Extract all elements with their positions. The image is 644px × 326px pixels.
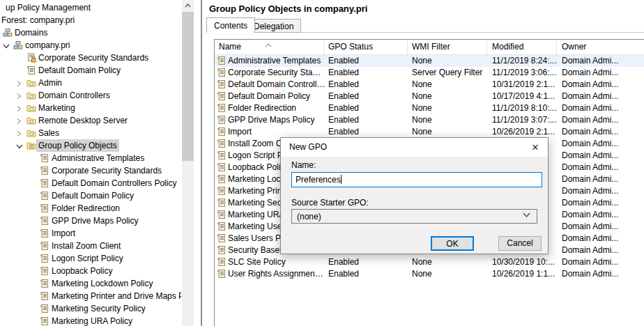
tree-item-label: Marketing URA Policy bbox=[49, 315, 135, 326]
tree-scrollbar[interactable] bbox=[182, 0, 194, 326]
table-row-administrative-templates[interactable]: Administrative TemplatesEnabledNone11/1/… bbox=[215, 55, 644, 67]
gpo-icon bbox=[217, 68, 227, 77]
cancel-button[interactable]: Cancel bbox=[498, 236, 542, 251]
column-header-wmi-filter[interactable]: WMI Filter bbox=[412, 40, 450, 54]
column-separator[interactable] bbox=[556, 40, 557, 54]
cell-owner: Domain Admi... bbox=[562, 114, 644, 126]
column-header-modified[interactable]: Modified bbox=[492, 40, 523, 54]
tree-item-label: Marketing Printer and Drive Maps Po bbox=[49, 290, 181, 302]
cell-owner: Domain Admi... bbox=[562, 268, 644, 280]
tab-contents[interactable]: Contents bbox=[206, 17, 255, 33]
collapsed-chevron-icon[interactable] bbox=[15, 104, 24, 112]
scroll-up-button[interactable] bbox=[182, 0, 194, 12]
tree-item-label: Administrative Templates bbox=[49, 152, 146, 164]
gpo-icon bbox=[217, 139, 227, 148]
column-separator[interactable] bbox=[323, 40, 324, 54]
ou-icon bbox=[26, 116, 36, 125]
cell-modified: 10/31/2019 2:1... bbox=[492, 79, 560, 91]
tree-item-label: company.pri bbox=[23, 39, 72, 52]
collapsed-chevron-icon[interactable] bbox=[15, 116, 24, 125]
gpo-icon bbox=[40, 304, 49, 313]
tree-item-company-pri[interactable]: company.pri bbox=[0, 39, 181, 52]
tree-item-label: Marketing Lockdown Policy bbox=[49, 277, 155, 290]
dialog-titlebar[interactable]: New GPO ✕ bbox=[281, 138, 548, 157]
expanded-chevron-icon[interactable] bbox=[2, 41, 10, 49]
tree-item-domains[interactable]: Domains bbox=[0, 26, 181, 39]
tree-item-label: Admin bbox=[36, 77, 64, 89]
tree-item-marketing[interactable]: Marketing bbox=[0, 102, 181, 114]
tree-item-up-policy-management[interactable]: up Policy Management bbox=[0, 1, 181, 14]
tree-item-corporate-security-standards[interactable]: Corporate Security Standards bbox=[0, 164, 181, 177]
tree-item-sales[interactable]: Sales bbox=[0, 127, 181, 139]
collapsed-chevron-icon[interactable] bbox=[15, 91, 24, 100]
cell-status: Enabled bbox=[328, 268, 408, 280]
tree-item-marketing-ura-policy[interactable]: Marketing URA Policy bbox=[0, 315, 181, 326]
scrollbar-thumb[interactable] bbox=[182, 12, 194, 161]
tree-item-admin[interactable]: Admin bbox=[0, 77, 181, 89]
column-header-name[interactable]: Name bbox=[219, 40, 241, 54]
tree-item-domain-controllers[interactable]: Domain Controllers bbox=[0, 89, 181, 102]
gpo-icon bbox=[26, 65, 36, 75]
table-row-gpp-drive-maps-policy[interactable]: GPP Drive Maps PolicyEnabledNone11/1/201… bbox=[215, 114, 644, 126]
tree-item-marketing-lockdown-policy[interactable]: Marketing Lockdown Policy bbox=[0, 277, 181, 290]
gpo-icon bbox=[40, 153, 49, 163]
tree-item-label: Folder Redirection bbox=[49, 202, 122, 215]
gpo-name-value: Preferences bbox=[296, 175, 341, 185]
tree-item-label: Default Domain Policy bbox=[36, 64, 123, 77]
cell-owner: Domain Admi... bbox=[562, 150, 644, 162]
tree-item-folder-redirection[interactable]: Folder Redirection bbox=[0, 202, 181, 215]
expanded-chevron-icon[interactable] bbox=[15, 141, 24, 150]
sort-ascending-icon bbox=[265, 40, 272, 49]
gpo-icon bbox=[217, 91, 227, 101]
tree-item-forest-company-pri[interactable]: Forest: company.pri bbox=[0, 14, 181, 26]
column-separator[interactable] bbox=[407, 40, 408, 54]
tree-item-gpp-drive-maps-policy[interactable]: GPP Drive Maps Policy bbox=[0, 215, 181, 227]
table-row-default-domain-policy[interactable]: Default Domain PolicyEnabledNone10/17/20… bbox=[215, 91, 644, 102]
cell-name: Folder Redirection bbox=[228, 102, 325, 114]
tree-item-install-zoom-client[interactable]: Install Zoom Client bbox=[0, 240, 181, 252]
tree-item-marketing-printer-and-drive-maps-po[interactable]: Marketing Printer and Drive Maps Po bbox=[0, 290, 181, 302]
column-separator[interactable] bbox=[486, 40, 487, 54]
tree-item-administrative-templates[interactable]: Administrative Templates bbox=[0, 152, 181, 164]
cell-owner: Domain Admi... bbox=[562, 233, 644, 244]
tree-item-logon-script-policy[interactable]: Logon Script Policy bbox=[0, 252, 181, 265]
column-header-gpo-status[interactable]: GPO Status bbox=[328, 40, 373, 54]
gpo-name-input[interactable]: Preferences bbox=[291, 172, 542, 187]
tree-item-default-domain-policy[interactable]: Default Domain Policy bbox=[0, 189, 181, 202]
collapsed-chevron-icon[interactable] bbox=[15, 79, 24, 87]
cell-owner: Domain Admi... bbox=[562, 126, 644, 138]
gpo-icon bbox=[217, 257, 227, 267]
tree-item-default-domain-policy[interactable]: Default Domain Policy bbox=[0, 64, 181, 77]
tree-item-label: Marketing Security Policy bbox=[49, 302, 148, 315]
table-row-corporate-security-standards[interactable]: Corporate Security StandardsEnabledServe… bbox=[215, 67, 644, 79]
table-row-folder-redirection[interactable]: Folder RedirectionEnabledNone11/1/2019 8… bbox=[215, 102, 644, 114]
tree-item-label: Domains bbox=[13, 26, 49, 39]
tree-item-default-domain-controllers-policy[interactable]: Default Domain Controllers Policy bbox=[0, 177, 181, 189]
table-row-slc-site-policy[interactable]: SLC Site PolicyEnabledNone10/30/2019 10:… bbox=[215, 256, 644, 268]
gpo-icon bbox=[40, 279, 49, 288]
cell-owner: Domain Admi... bbox=[562, 209, 644, 221]
table-row-import[interactable]: ImportEnabledNone10/26/2019 2:1...Domain… bbox=[215, 126, 644, 138]
close-button[interactable]: ✕ bbox=[523, 138, 548, 157]
ou-icon bbox=[26, 91, 36, 100]
tree-item-label: Import bbox=[49, 227, 77, 240]
collapsed-chevron-icon[interactable] bbox=[15, 129, 24, 137]
tree-item-remote-desktop-server[interactable]: Remote Desktop Server bbox=[0, 114, 181, 127]
gpo-lock-icon bbox=[26, 53, 36, 63]
tree-item-label: Forest: company.pri bbox=[0, 14, 77, 26]
ok-button[interactable]: OK bbox=[431, 236, 474, 251]
tree-item-loopback-policy[interactable]: Loopback Policy bbox=[0, 265, 181, 277]
tree-item-group-policy-objects[interactable]: Group Policy Objects bbox=[0, 139, 181, 152]
tree-item-marketing-security-policy[interactable]: Marketing Security Policy bbox=[0, 302, 181, 315]
cell-owner: Domain Admi... bbox=[562, 138, 644, 150]
tree-item-import[interactable]: Import bbox=[0, 227, 181, 240]
column-header-owner[interactable]: Owner bbox=[562, 40, 586, 54]
pane-splitter[interactable] bbox=[201, 0, 202, 326]
tree-item-label: Logon Script Policy bbox=[49, 252, 125, 265]
cell-owner: Domain Admi... bbox=[562, 173, 644, 185]
table-row-default-domain-controllers-policy[interactable]: Default Domain Controllers PolicyEnabled… bbox=[215, 79, 644, 91]
source-starter-gpo-select[interactable]: (none) bbox=[291, 209, 537, 224]
cell-modified: 11/1/2019 3:06:... bbox=[492, 67, 560, 79]
tree-item-corporate-security-standards[interactable]: Corporate Security Standards bbox=[0, 52, 181, 64]
table-row-user-rights-assignment-policy[interactable]: User Rights Assignment PolicyEnabledNone… bbox=[215, 268, 644, 280]
